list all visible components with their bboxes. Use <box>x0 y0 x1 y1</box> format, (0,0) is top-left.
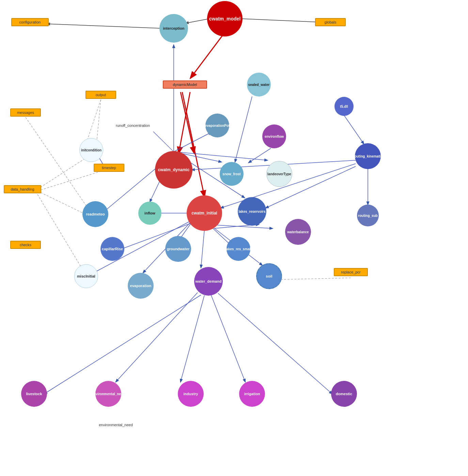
node-landeover-type[interactable]: landeoverType <box>266 161 292 187</box>
svg-line-43 <box>235 96 252 162</box>
svg-line-5 <box>186 19 209 23</box>
svg-line-44 <box>249 148 271 163</box>
node-checks[interactable]: checks <box>10 241 41 249</box>
node-runoff-label: runoff_concentration <box>116 123 150 128</box>
svg-line-21 <box>174 132 211 152</box>
node-lakes-reservoirs[interactable]: lakes_reservoirs <box>238 197 266 226</box>
node-sealed-water[interactable]: sealed_water <box>247 73 271 96</box>
node-industry[interactable]: industry <box>178 381 204 407</box>
node-messages[interactable]: messages <box>10 108 41 117</box>
svg-line-30 <box>201 230 204 268</box>
svg-line-6 <box>47 24 161 28</box>
node-waterbalance[interactable]: waterbalance <box>285 219 311 245</box>
node-t5dll[interactable]: t5.dll <box>334 97 354 116</box>
node-cwatm-model[interactable]: cwatm_model <box>207 1 243 36</box>
svg-line-3 <box>181 92 194 153</box>
node-environmental-need-label: environmental_need <box>95 423 136 427</box>
node-configuration[interactable]: configuration <box>11 18 49 26</box>
node-replace-pcr[interactable]: replace_pcr <box>334 268 368 276</box>
node-lakes-res-small[interactable]: lakes_res_small <box>227 237 250 261</box>
svg-line-10 <box>37 169 109 191</box>
svg-line-41 <box>211 295 245 382</box>
node-livestock[interactable]: livestock <box>21 381 47 407</box>
node-environmental-need[interactable]: environmental_need <box>95 381 121 407</box>
node-init-condition[interactable]: initcondition <box>79 138 103 162</box>
svg-line-22 <box>153 132 174 152</box>
node-readmeteo[interactable]: readmeteo <box>82 201 108 227</box>
node-data-handling[interactable]: data_handling <box>4 185 41 193</box>
node-cwatm-initial[interactable]: cwatm_initial <box>187 195 222 231</box>
svg-line-4 <box>242 19 320 22</box>
svg-line-42 <box>218 293 332 394</box>
node-soil[interactable]: soil <box>256 263 282 289</box>
node-routing-sub[interactable]: routing_sub <box>357 205 379 226</box>
svg-line-9 <box>37 194 86 276</box>
node-domestic[interactable]: domestic <box>331 381 357 407</box>
svg-line-40 <box>181 295 204 382</box>
node-water-demand[interactable]: water_demand <box>194 267 223 296</box>
svg-line-0 <box>191 32 225 78</box>
node-evaporation-pot[interactable]: evaporationPot <box>205 114 229 137</box>
svg-line-7 <box>37 155 90 189</box>
svg-line-38 <box>116 293 198 382</box>
node-snow-frost[interactable]: snow_frost <box>220 162 244 186</box>
svg-line-13 <box>276 278 351 280</box>
node-irrigation[interactable]: irrigation <box>239 381 265 407</box>
svg-line-8 <box>37 191 85 214</box>
node-timestep[interactable]: timestep <box>94 164 124 172</box>
node-routing-kinematic[interactable]: routing_kinematic <box>355 143 381 169</box>
node-output[interactable]: output <box>85 91 116 99</box>
node-evaporation[interactable]: evaporation <box>128 273 154 299</box>
node-misc-initial[interactable]: miscInitial <box>74 264 98 288</box>
node-cwatm-dynamic[interactable]: cwatm_dynamic <box>155 151 192 189</box>
node-groundwater[interactable]: groundwater <box>165 236 191 262</box>
node-capillar-rise[interactable]: capillarRise <box>100 237 124 261</box>
node-dynamic-model[interactable]: dynamicModel <box>163 80 207 89</box>
svg-line-39 <box>44 295 201 394</box>
node-globals[interactable]: globals <box>315 18 346 26</box>
svg-line-14 <box>26 117 92 214</box>
node-interception[interactable]: interception <box>159 14 188 43</box>
node-environflow[interactable]: environflow <box>262 124 286 148</box>
svg-line-15 <box>344 115 364 144</box>
graph-container: cwatm_model interception dynamicModel gl… <box>0 0 468 476</box>
node-inflow[interactable]: inflow <box>138 202 161 225</box>
